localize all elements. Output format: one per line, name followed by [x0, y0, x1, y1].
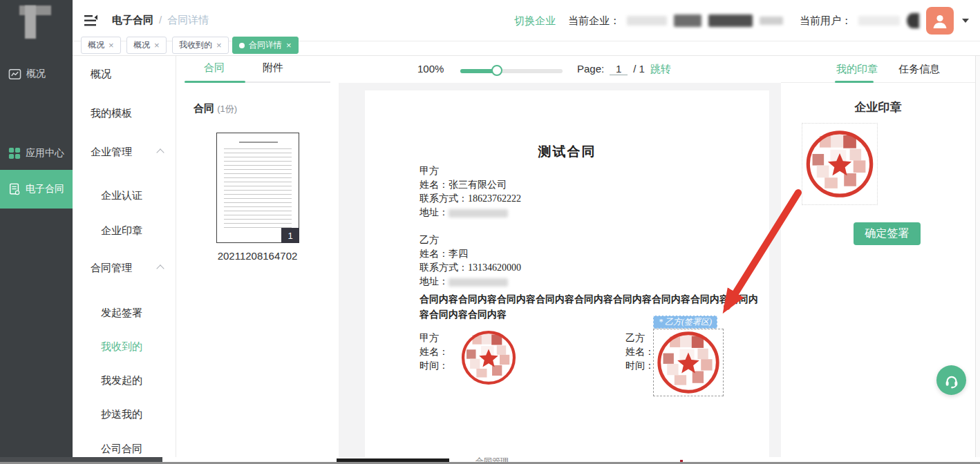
zoom-slider[interactable] — [460, 69, 563, 73]
document-viewer: 测试合同 甲方 姓名：张三有限公司 联系方式：18623762222 地址： 乙… — [339, 83, 781, 457]
my-seal-panel: 企业印章 确定签署 — [781, 83, 975, 457]
chart-icon — [8, 68, 21, 81]
contract-count: (1份) — [217, 104, 237, 114]
menu-my-templates[interactable]: 我的模板 — [73, 105, 176, 122]
opened-tabs-bar: 概况 × 概况 × 我收到的 × 合同详情 × — [73, 41, 980, 56]
contract-list-title: 合同 (1份) — [194, 102, 237, 115]
primary-sidebar: 概况 应用中心 电子合同 — [0, 41, 73, 461]
page-total: / 1 — [633, 63, 645, 75]
party-b-sign-zone-label: * 乙方(签署区) — [653, 316, 717, 329]
close-icon[interactable]: × — [286, 40, 292, 50]
close-icon[interactable]: × — [216, 40, 222, 50]
headset-icon — [943, 371, 961, 389]
page-number-badge: 1 — [281, 228, 299, 243]
breadcrumb-current: 合同详情 — [167, 14, 209, 26]
collapse-sidebar-icon[interactable] — [84, 14, 98, 27]
breadcrumb-separator: / — [159, 14, 162, 26]
chevron-up-icon — [156, 264, 164, 272]
page-label: Page: — [577, 63, 604, 75]
customer-service-button[interactable] — [936, 365, 966, 395]
address-redacted — [449, 278, 508, 287]
menu-overview[interactable]: 概况 — [73, 66, 176, 82]
chevron-up-icon — [156, 148, 164, 156]
party-b-info: 乙方 姓名：李四 联系方式：13134620000 地址： — [420, 233, 521, 289]
user-avatar[interactable] — [926, 7, 954, 35]
close-icon[interactable]: × — [109, 40, 114, 50]
secondary-sidebar: 概况 我的模板 企业管理 企业认证 企业印章 合同管理 发起签署 我收到的 我发… — [73, 56, 176, 457]
menu-initiated-by-me[interactable]: 我发起的 — [73, 372, 176, 389]
contract-file-name: 20211208164702 — [176, 250, 339, 262]
menu-enterprise-management[interactable]: 企业管理 — [73, 144, 176, 160]
tab-my-seal[interactable]: 我的印章 — [836, 63, 878, 76]
menu-cc-to-me[interactable]: 抄送我的 — [73, 406, 176, 423]
zoom-slider-thumb[interactable] — [491, 65, 502, 76]
tab-attachment[interactable]: 附件 — [263, 61, 283, 75]
sign-area-party-a: 甲方 姓名： 时间： — [420, 331, 449, 373]
party-a-info: 甲方 姓名：张三有限公司 联系方式：18623762222 地址： — [420, 164, 521, 220]
background-window-strip: 合同管理 — [0, 457, 980, 464]
enterprise-name-redacted — [627, 16, 667, 26]
tab-contract-doc[interactable]: 合同 — [204, 61, 225, 75]
sidebar-item-app-center[interactable]: 应用中心 — [0, 139, 73, 167]
contract-page: 测试合同 甲方 姓名：张三有限公司 联系方式：18623762222 地址： 乙… — [365, 90, 769, 457]
jump-button[interactable]: 跳转 — [650, 63, 671, 76]
zoom-percentage: 100% — [417, 63, 444, 75]
header-right: 切换企业 当前企业： 当前用户： — [514, 0, 969, 41]
contract-title: 测试合同 — [365, 143, 769, 161]
contract-list-panel: 合同 (1份) 1 20211208164702 — [176, 83, 339, 457]
menu-company-contracts[interactable]: 公司合同 — [73, 441, 176, 457]
current-enterprise-label: 当前企业： — [568, 14, 620, 28]
menu-received[interactable]: 我收到的 — [73, 338, 176, 355]
enterprise-seal-image[interactable] — [802, 123, 878, 205]
sidebar-item-overview[interactable]: 概况 — [0, 60, 73, 88]
menu-enterprise-seal[interactable]: 企业印章 — [73, 222, 176, 239]
confirm-sign-button[interactable]: 确定签署 — [854, 222, 921, 245]
switch-enterprise-link[interactable]: 切换企业 — [514, 14, 556, 28]
sign-area-party-b: 乙方 姓名： 时间： — [625, 331, 654, 373]
page-number-input[interactable]: 1 — [610, 63, 628, 75]
breadcrumb: 电子合同/合同详情 — [112, 14, 209, 27]
address-redacted — [449, 209, 508, 218]
viewer-toolbar: 合同 附件 100% Page: 1 / 1 跳转 我的印章 任务信息 — [176, 56, 980, 83]
tab-overview-2[interactable]: 概况 × — [126, 37, 167, 54]
tab-task-info[interactable]: 任务信息 — [898, 63, 940, 76]
enterprise-seal-heading: 企业印章 — [781, 99, 975, 115]
breadcrumb-root[interactable]: 电子合同 — [112, 14, 153, 26]
contract-page-thumbnail[interactable]: 1 — [216, 133, 299, 243]
sign-panel-tabs: 我的印章 任务信息 — [781, 56, 975, 83]
page-navigator: Page: 1 / 1 跳转 — [577, 63, 671, 76]
active-tab-dot — [239, 43, 245, 48]
tab-received[interactable]: 我收到的 × — [172, 37, 229, 54]
menu-initiate-sign[interactable]: 发起签署 — [73, 304, 176, 321]
app-logo — [0, 0, 73, 41]
user-menu-caret-icon[interactable] — [962, 19, 969, 23]
party-b-seal-stamp — [655, 329, 722, 396]
app-window: 电子合同/合同详情 切换企业 当前企业： 当前用户： 概况 × — [0, 0, 980, 464]
tab-contract-detail[interactable]: 合同详情 × — [232, 37, 299, 54]
menu-enterprise-auth[interactable]: 企业认证 — [73, 187, 176, 204]
current-user-label: 当前用户： — [800, 14, 851, 28]
apps-grid-icon — [8, 147, 21, 160]
top-header: 电子合同/合同详情 切换企业 当前企业： 当前用户： — [0, 0, 980, 41]
contract-doc-icon — [8, 183, 21, 195]
sidebar-item-econtract[interactable]: 电子合同 — [0, 170, 73, 209]
background-window-text: 合同管理 — [475, 457, 509, 464]
party-a-seal-stamp — [460, 329, 518, 387]
tab-overview-1[interactable]: 概况 × — [81, 37, 121, 54]
user-name-redacted — [858, 16, 900, 26]
close-icon[interactable]: × — [154, 40, 160, 50]
menu-contract-management[interactable]: 合同管理 — [73, 260, 176, 276]
vertical-scrollbar[interactable] — [975, 56, 980, 457]
